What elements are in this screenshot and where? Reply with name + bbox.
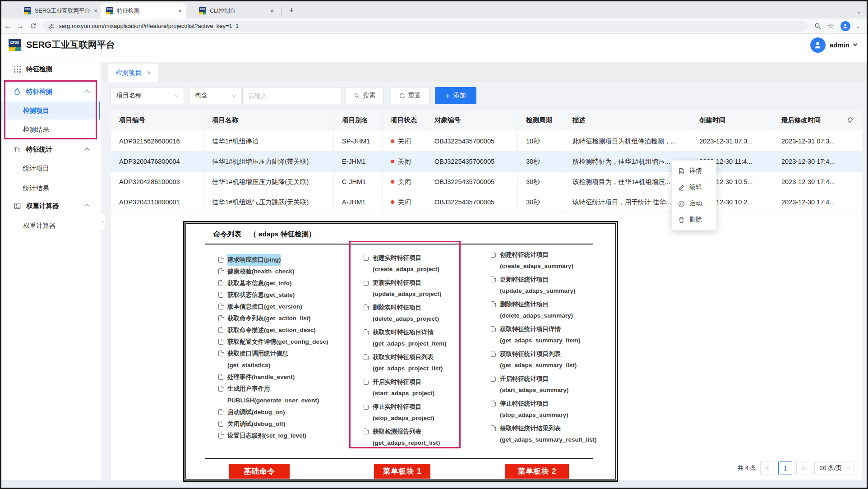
sidebar-item-stats-projects[interactable]: 统计项目 <box>1 159 100 177</box>
command-item[interactable]: 健康校验(health_check) <box>218 266 356 277</box>
browser-tab-feature-detect[interactable]: 特征检测 × <box>101 3 186 18</box>
command-item[interactable]: 启动调试(debug_on) <box>218 406 356 418</box>
sidebar-item-stats-results[interactable]: 统计结果 <box>1 179 100 197</box>
erg-favicon <box>106 7 113 14</box>
address-bar[interactable]: serg.mixyun.com/mixapplication/#/feature… <box>43 21 808 32</box>
sidebar-item-detect-projects[interactable]: 检测项目 <box>1 101 100 120</box>
chevron-down-icon <box>853 42 858 46</box>
next-page-button[interactable]: > <box>796 461 810 475</box>
filter-operator-select[interactable]: 包含 <box>189 87 241 104</box>
file-icon <box>491 425 496 431</box>
basic-commands-button[interactable]: 基础命令 <box>229 464 290 479</box>
browser-menu-chevron-icon[interactable]: ⌄ <box>856 23 860 29</box>
filter-field-select[interactable]: 项目名称 <box>111 87 184 104</box>
filter-keyword-input[interactable] <box>242 87 342 104</box>
tab-close-icon[interactable]: × <box>270 8 274 14</box>
command-item[interactable]: 获取状态信息(get_state) <box>218 289 356 301</box>
cell-project-status: 关闭 <box>383 152 426 171</box>
search-button[interactable]: 搜索 <box>346 87 384 104</box>
command-item[interactable]: 生成用户事件用PUBLISH(generate_user_event) <box>218 383 356 406</box>
command-item[interactable]: 请求响应接口(ping) <box>218 254 356 266</box>
forward-icon[interactable]: → <box>14 22 27 30</box>
current-page[interactable]: 1 <box>778 461 792 475</box>
site-settings-icon[interactable] <box>48 23 55 29</box>
table-row[interactable]: ADP3200476800004 佳华1#机组增压压力陡降(带关联) E-JHM… <box>111 152 862 172</box>
add-button[interactable]: + 添加 <box>435 87 476 104</box>
cell-object-id: OBJ3225435700005 <box>426 131 518 151</box>
command-item[interactable]: 关闭调试(debug_off) <box>218 418 356 430</box>
command-item[interactable]: 获取特征统计项目详情(get_adaps_summary_item) <box>491 323 614 346</box>
command-item[interactable]: 获取命令描述(get_action_desc) <box>218 324 356 336</box>
page-tab-detect-projects[interactable]: 检测项目 × <box>108 64 158 82</box>
file-icon <box>218 304 223 309</box>
command-item[interactable]: 获取特征统计项目列表(get_adaps_summary_list) <box>491 348 614 371</box>
profile-avatar-icon[interactable] <box>840 21 850 31</box>
zoom-icon[interactable] <box>814 23 822 30</box>
chevron-up-icon <box>84 204 89 209</box>
tab-close-icon[interactable]: × <box>94 8 97 14</box>
chevron-up-icon <box>84 90 89 95</box>
command-item[interactable]: 处理事件(handle_event) <box>218 371 356 383</box>
command-item[interactable]: 获取接口调用统计信息(get_statistics) <box>218 348 356 371</box>
command-item[interactable]: 获取实时特征项目列表(get_adaps_project_list) <box>364 351 474 374</box>
table-row[interactable]: ADP3215626600016 佳华1#机组停泊 SP-JHM1 关闭 OBJ… <box>111 131 862 152</box>
menu-item-edit[interactable]: 编辑 <box>672 179 716 195</box>
command-item[interactable]: 获取实时特征项目详情(get_adaps_project_item) <box>364 327 474 349</box>
cell-modified-time: 2023-12-30 17:4... <box>773 192 860 212</box>
file-icon <box>364 354 369 360</box>
back-icon[interactable]: ← <box>1 22 14 30</box>
command-item[interactable]: 获取特征统计结果列表(get_adaps_summary_result_list… <box>491 423 614 445</box>
sidebar-item-detect-results[interactable]: 检测结果 <box>1 120 100 138</box>
column-header: 项目状态 <box>383 110 426 131</box>
browser-tab-cli[interactable]: CLI控制台 × <box>194 3 278 18</box>
command-item[interactable]: 删除实时特征项目(delete_adaps_project) <box>364 302 474 324</box>
browser-tab-serg[interactable]: SERG工业互联网平台 × <box>18 3 98 18</box>
tab-close-icon[interactable]: × <box>178 8 182 14</box>
sidebar-collapse-handle[interactable]: ‹ <box>100 212 106 231</box>
sidebar-group-feature-detect[interactable]: 特征检测 <box>1 83 100 101</box>
command-item[interactable]: 设置日志级别(set_log_level) <box>218 430 356 442</box>
page-size-select[interactable]: 20 条/页 <box>814 461 854 475</box>
command-item[interactable]: 停止特征统计项目(stop_adaps_summary) <box>491 398 614 420</box>
command-item[interactable]: 删除特征统计项目(delete_adaps_summary) <box>491 299 614 321</box>
command-item[interactable]: 获取命令列表(get_action_list) <box>218 313 356 324</box>
menu-block-2-button[interactable]: 菜单板块 2 <box>505 464 569 479</box>
sidebar-group-feature-stats[interactable]: T! 特征统计 <box>1 140 100 158</box>
command-item[interactable]: 获取基本信息(get_info) <box>218 277 356 289</box>
command-item[interactable]: 更新实时特征项目(update_adaps_project) <box>364 277 474 300</box>
prev-page-button[interactable]: < <box>760 461 774 475</box>
command-item[interactable]: 更新特征统计项目(update_adaps_summary) <box>491 274 614 296</box>
panel-title: 命令列表 （ adaps 特征检测） <box>213 230 315 239</box>
user-menu[interactable]: admin <box>810 37 857 53</box>
cell-project-status: 关闭 <box>383 192 426 212</box>
command-item[interactable]: 开启实时特征项目(start_adaps_project) <box>364 376 474 399</box>
bookmark-star-icon[interactable]: ☆ <box>828 22 834 30</box>
page-tab-close-icon[interactable]: × <box>147 69 151 76</box>
sidebar-app-switcher[interactable]: 特征检测 <box>1 60 100 78</box>
reload-icon[interactable] <box>27 23 39 29</box>
file-icon <box>364 304 369 310</box>
sidebar-group-weight-calculator[interactable]: 权重计算器 <box>1 197 100 215</box>
command-item[interactable]: 获取配置文件详情(get_config_desc) <box>218 336 356 348</box>
username[interactable]: admin <box>830 41 850 49</box>
pin-icon[interactable] <box>847 117 854 124</box>
sidebar-item-weight-calculator[interactable]: 权重计算器 <box>1 217 100 235</box>
browser-tab-strip: SERG工业互联网平台 × 特征检测 × CLI控制台 × + ⌄ <box>1 1 867 18</box>
url-text[interactable]: serg.mixyun.com/mixapplication/#/feature… <box>59 23 239 29</box>
menu-item-start[interactable]: 启动 <box>672 195 716 212</box>
command-item[interactable]: 获取检测报告列表(get_adaps_report_list) <box>364 426 474 448</box>
table-row[interactable]: ADP3204310800001 佳华1#机组燃气压力跳跃(无关联) A-JHM… <box>111 192 862 212</box>
tab-search-chevron-icon[interactable]: ⌄ <box>857 9 861 15</box>
command-item[interactable]: 创建实时特征项目(create_adaps_project) <box>364 252 474 275</box>
menu-item-delete[interactable]: 删除 <box>672 212 716 228</box>
command-item[interactable]: 版本信息接口(get_version) <box>218 301 356 313</box>
command-item[interactable]: 创建特征统计项目(create_adaps_summary) <box>491 249 614 272</box>
menu-block-1-button[interactable]: 菜单板块 1 <box>374 464 430 479</box>
user-avatar-icon[interactable] <box>810 37 826 53</box>
reset-button[interactable]: 重置 <box>391 87 429 104</box>
command-item[interactable]: 开启特征统计项目(start_adaps_summary) <box>491 373 614 396</box>
command-item[interactable]: 停止实时特征项目(stop_adaps_project) <box>364 401 474 424</box>
new-tab-button[interactable]: + <box>286 5 297 15</box>
menu-item-detail[interactable]: 详情 <box>672 163 716 179</box>
table-row[interactable]: ADP3204286100003 佳华1#机组增压压力陡降(无关联) C-JHM… <box>111 172 862 192</box>
